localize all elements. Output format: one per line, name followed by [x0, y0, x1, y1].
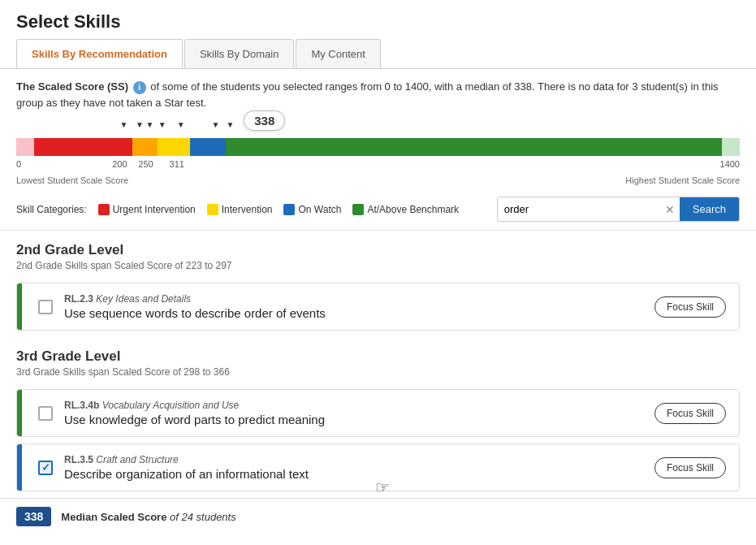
tick-arrow: ▼ — [119, 120, 127, 129]
skill-code-rl35: RL.3.5 Craft and Structure — [64, 454, 654, 465]
grade-title-2nd: 2nd Grade Level — [16, 242, 740, 258]
grade-section-2nd: 2nd Grade Level 2nd Grade Skills span Sc… — [0, 231, 756, 276]
focus-skill-button-rl35[interactable]: Focus Skill — [654, 457, 726, 478]
extreme-labels: Lowest Student Scale Score Highest Stude… — [16, 175, 740, 185]
skill-name-rl34b: Use knowledge of word parts to predict m… — [64, 413, 654, 426]
info-banner: The Scaled Score (SS) i of some of the s… — [0, 69, 756, 120]
legend-text-intervention: Intervention — [222, 204, 273, 215]
clear-button[interactable]: ✕ — [660, 203, 680, 216]
legend-text-on-watch: On Watch — [298, 204, 341, 215]
skill-domain-rl23: Key Ideas and Details — [96, 293, 191, 305]
tab-by-domain[interactable]: Skills By Domain — [184, 39, 295, 68]
scale-num-0: 0 — [16, 159, 21, 169]
skill-accent-rl34b — [17, 390, 22, 436]
tick-arrow: ▼ — [226, 120, 234, 129]
bar-red — [34, 138, 132, 156]
skill-card-rl23: RL.2.3 Key Ideas and Details Use sequenc… — [16, 283, 740, 331]
grade-subtitle-3rd: 3rd Grade Skills span Scaled Score of 29… — [16, 366, 740, 378]
skill-accent-rl35 — [17, 444, 22, 491]
legend-color-above-benchmark — [352, 204, 364, 215]
info-text-start: The Scaled Score (SS) — [16, 80, 128, 93]
bottom-label-bold: Median Scaled Score — [61, 511, 166, 523]
skill-card-rl35: RL.3.5 Craft and Structure Describe orga… — [16, 443, 740, 491]
highest-label: Highest Student Scale Score — [625, 175, 740, 185]
legend-text-urgent: Urgent Intervention — [113, 204, 196, 215]
tabs-container: Skills By Recommendation Skills By Domai… — [0, 39, 756, 69]
bottom-bar: 338 Median Scaled Score of 24 students — [0, 498, 756, 534]
bottom-label: Median Scaled Score of 24 students — [61, 511, 235, 523]
legend-item-on-watch: On Watch — [283, 204, 341, 215]
legend-item-above-benchmark: At/Above Benchmark — [352, 204, 459, 215]
scale-num-200: 200 — [112, 159, 127, 169]
skill-checkbox-rl34b[interactable] — [38, 406, 53, 421]
legend-text-above-benchmark: At/Above Benchmark — [367, 204, 459, 215]
skill-info-rl35: RL.3.5 Craft and Structure Describe orga… — [64, 454, 654, 481]
tab-by-recommendation[interactable]: Skills By Recommendation — [16, 39, 183, 68]
ticks-container: ▼ ▼ ▼ ▼ ▼ ▼ ▼ — [16, 120, 740, 136]
skill-info-rl34b: RL.3.4b Vocabulary Acquisition and Use U… — [64, 400, 654, 426]
bar-yellow — [158, 138, 190, 156]
lowest-label: Lowest Student Scale Score — [16, 175, 128, 185]
scale-num-1400: 1400 — [720, 159, 740, 169]
score-badge: 338 — [16, 507, 51, 526]
skill-accent-rl23 — [17, 283, 22, 330]
tick-arrow: ▼ — [212, 120, 220, 129]
tick-arrow: ▼ — [158, 120, 166, 129]
focus-skill-button-rl34b[interactable]: Focus Skill — [654, 403, 726, 424]
legend: Skill Categories: Urgent Intervention In… — [16, 204, 459, 215]
skill-domain-rl34b: Vocabulary Acquisition and Use — [102, 400, 240, 411]
tick-extra2: ▼ — [226, 120, 234, 129]
page-title: Select Skills — [0, 0, 756, 39]
focus-skill-button-rl23[interactable]: Focus Skill — [654, 296, 726, 318]
grade-section-3rd: 3rd Grade Level 3rd Grade Skills span Sc… — [0, 337, 756, 383]
tick-200b: ▼ — [136, 120, 144, 129]
grade-subtitle-2nd: 2nd Grade Skills span Scaled Score of 22… — [16, 260, 740, 271]
scale-bar-wrapper: 338 — Median — [16, 138, 740, 156]
skill-name-rl35: Describe organization of an informationa… — [64, 467, 654, 481]
skill-info-rl23: RL.2.3 Key Ideas and Details Use sequenc… — [64, 293, 654, 320]
legend-search-row: Skill Categories: Urgent Intervention In… — [0, 192, 756, 230]
tick-extra1: ▼ — [212, 120, 220, 129]
tick-arrow: ▼ — [136, 120, 144, 129]
tick-arrow: ▼ — [145, 120, 153, 129]
scale-numbers: 0 200 250 311 1400 — [16, 159, 740, 172]
legend-color-urgent — [98, 204, 110, 215]
search-input[interactable] — [498, 198, 660, 220]
tab-my-content[interactable]: My Content — [296, 39, 380, 68]
bottom-label-italic: of 24 students — [170, 511, 236, 523]
scale-bar — [16, 138, 740, 156]
skill-card-rl34b: RL.3.4b Vocabulary Acquisition and Use U… — [16, 389, 740, 437]
bar-pink — [16, 138, 34, 156]
tick-250b: ▼ — [158, 120, 166, 129]
legend-color-intervention — [207, 204, 218, 215]
skill-code-rl34b: RL.3.4b Vocabulary Acquisition and Use — [64, 400, 654, 411]
tick-311: ▼ — [177, 120, 185, 129]
tick-200: ▼ — [119, 120, 127, 129]
content-scroll[interactable]: 2nd Grade Level 2nd Grade Skills span Sc… — [0, 231, 756, 498]
skill-name-rl23: Use sequence words to describe order of … — [64, 306, 654, 320]
bar-green — [226, 138, 721, 156]
bar-blue — [190, 138, 227, 156]
scale-num-250: 250 — [138, 159, 153, 169]
tick-250: ▼ — [145, 120, 153, 129]
skill-checkbox-rl35[interactable] — [38, 461, 53, 475]
grade-title-3rd: 3rd Grade Level — [16, 348, 740, 365]
skill-domain-rl35: Craft and Structure — [96, 454, 178, 465]
legend-label: Skill Categories: — [16, 204, 87, 215]
legend-item-intervention: Intervention — [207, 204, 273, 215]
search-box: ✕ Search — [497, 197, 740, 222]
scale-num-311: 311 — [170, 159, 184, 169]
legend-item-urgent: Urgent Intervention — [98, 204, 196, 215]
legend-color-on-watch — [283, 204, 295, 215]
bar-light-green — [722, 138, 740, 156]
info-icon[interactable]: i — [133, 81, 146, 94]
bar-orange — [132, 138, 158, 156]
skill-code-rl23: RL.2.3 Key Ideas and Details — [64, 293, 654, 305]
tick-arrow: ▼ — [177, 120, 185, 129]
search-button[interactable]: Search — [680, 197, 739, 221]
scale-area: ▼ ▼ ▼ ▼ ▼ ▼ ▼ 338 — Median — [0, 120, 756, 192]
skill-checkbox-rl23[interactable] — [38, 300, 53, 314]
